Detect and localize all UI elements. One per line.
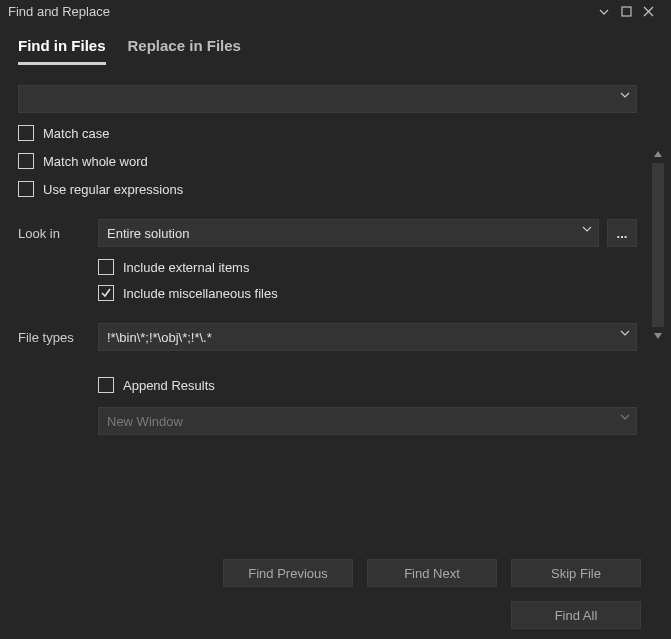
form-area: Match case Match whole word Use regular … bbox=[0, 65, 671, 445]
look-in-combo[interactable]: Entire solution bbox=[98, 219, 599, 247]
find-next-button[interactable]: Find Next bbox=[367, 559, 497, 587]
result-target-value: New Window bbox=[107, 414, 183, 429]
window-title: Find and Replace bbox=[8, 4, 599, 19]
window-options-icon[interactable] bbox=[599, 7, 621, 17]
file-types-value: !*\bin\*;!*\obj\*;!*\.* bbox=[107, 330, 212, 345]
tab-find-in-files[interactable]: Find in Files bbox=[18, 37, 106, 65]
match-case-checkbox[interactable] bbox=[18, 125, 34, 141]
close-icon[interactable] bbox=[643, 6, 665, 17]
vertical-scrollbar[interactable] bbox=[649, 145, 667, 345]
title-bar: Find and Replace bbox=[0, 0, 671, 23]
search-term-input[interactable] bbox=[18, 85, 637, 113]
find-previous-button[interactable]: Find Previous bbox=[223, 559, 353, 587]
use-regex-label: Use regular expressions bbox=[43, 182, 183, 197]
use-regex-checkbox[interactable] bbox=[18, 181, 34, 197]
scroll-down-icon[interactable] bbox=[649, 327, 667, 345]
find-all-label: Find All bbox=[555, 608, 598, 623]
file-types-combo[interactable]: !*\bin\*;!*\obj\*;!*\.* bbox=[98, 323, 637, 351]
match-whole-word-checkbox[interactable] bbox=[18, 153, 34, 169]
include-external-label: Include external items bbox=[123, 260, 249, 275]
tab-replace-in-files[interactable]: Replace in Files bbox=[128, 37, 241, 65]
include-external-checkbox[interactable] bbox=[98, 259, 114, 275]
chevron-down-icon bbox=[620, 412, 630, 422]
skip-file-label: Skip File bbox=[551, 566, 601, 581]
include-misc-checkbox[interactable] bbox=[98, 285, 114, 301]
tab-bar: Find in Files Replace in Files bbox=[0, 23, 671, 65]
browse-label: ... bbox=[617, 226, 628, 241]
action-buttons: Find Previous Find Next Skip File Find A… bbox=[223, 559, 641, 629]
maximize-icon[interactable] bbox=[621, 6, 643, 17]
chevron-down-icon bbox=[620, 328, 630, 338]
find-next-label: Find Next bbox=[404, 566, 460, 581]
chevron-down-icon bbox=[582, 224, 592, 234]
append-results-checkbox[interactable] bbox=[98, 377, 114, 393]
browse-button[interactable]: ... bbox=[607, 219, 637, 247]
look-in-label: Look in bbox=[18, 226, 98, 241]
append-results-label: Append Results bbox=[123, 378, 215, 393]
chevron-down-icon bbox=[620, 90, 630, 100]
find-all-button[interactable]: Find All bbox=[511, 601, 641, 629]
match-case-label: Match case bbox=[43, 126, 109, 141]
file-types-label: File types bbox=[18, 330, 98, 345]
match-whole-word-label: Match whole word bbox=[43, 154, 148, 169]
scroll-up-icon[interactable] bbox=[649, 145, 667, 163]
result-target-combo[interactable]: New Window bbox=[98, 407, 637, 435]
find-previous-label: Find Previous bbox=[248, 566, 327, 581]
look-in-value: Entire solution bbox=[107, 226, 189, 241]
skip-file-button[interactable]: Skip File bbox=[511, 559, 641, 587]
include-misc-label: Include miscellaneous files bbox=[123, 286, 278, 301]
svg-rect-0 bbox=[622, 7, 631, 16]
scrollbar-track[interactable] bbox=[652, 163, 664, 327]
